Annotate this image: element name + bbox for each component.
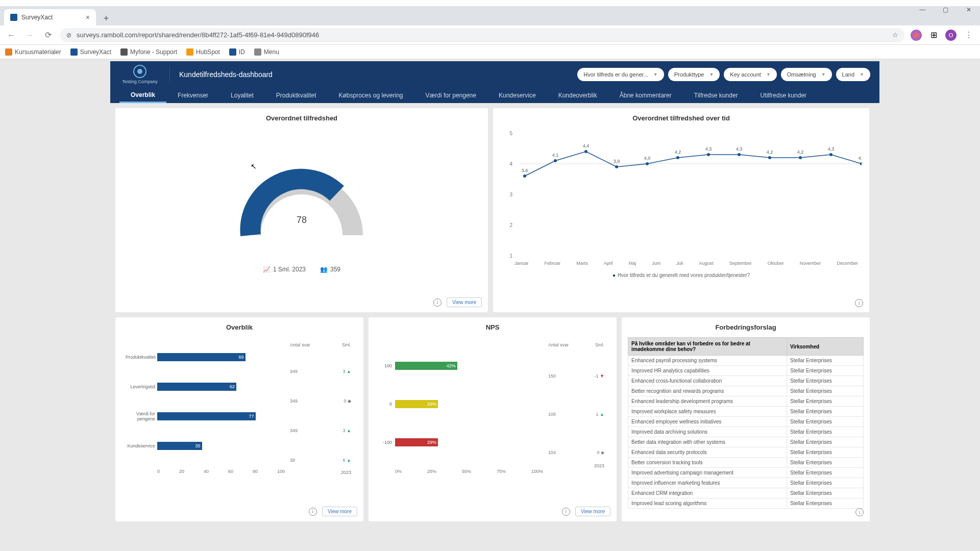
table-row[interactable]: Enhanced CRM integrationStellar Enterpri… <box>628 488 864 498</box>
forward-button[interactable]: → <box>23 29 36 41</box>
bookmark-item[interactable]: ID <box>229 48 245 56</box>
view-more-button[interactable]: View more <box>447 297 482 307</box>
chevron-down-icon: ▼ <box>766 72 771 77</box>
card-title: Overordnet tilfredshed over tid <box>499 114 863 122</box>
nav-tab[interactable]: Kundeoverblik <box>547 88 608 103</box>
table-row[interactable]: Improved HR analytics capabilitiesStella… <box>628 366 864 376</box>
nav-tab[interactable]: Produktkvalitet <box>265 88 328 103</box>
info-icon[interactable]: i <box>309 508 317 516</box>
table-row[interactable]: Improved data archiving solutionsStellar… <box>628 427 864 437</box>
svg-point-9 <box>646 162 649 165</box>
close-window-button[interactable]: ✕ <box>957 0 980 19</box>
browser-tab[interactable]: SurveyXact × <box>4 9 96 26</box>
filter-dropdown[interactable]: Omsætning▼ <box>781 68 832 81</box>
info-icon[interactable]: i <box>562 508 570 516</box>
x-tick: Juni <box>652 261 660 266</box>
bookmark-item[interactable]: SurveyXact <box>70 48 111 56</box>
profile-avatar[interactable]: O <box>945 30 957 41</box>
table-row[interactable]: Enhanced payroll processing systemsStell… <box>628 356 864 366</box>
menu-button[interactable]: ⋮ <box>963 29 975 41</box>
svg-text:4,3: 4,3 <box>736 146 743 152</box>
gauge-value: 78 <box>297 215 307 226</box>
table-row[interactable]: Better data integration with other syste… <box>628 437 864 447</box>
svg-point-13 <box>707 153 710 156</box>
bookmark-item[interactable]: HubSpot <box>186 48 220 56</box>
x-tick: September <box>729 261 752 266</box>
x-tick: Marts <box>576 261 588 266</box>
extension-icon[interactable] <box>911 30 922 41</box>
nav-tab[interactable]: Åbne kommentarer <box>608 88 683 103</box>
table-row[interactable]: Enhanced leadership development programs… <box>628 396 864 407</box>
x-tick: November <box>800 261 821 266</box>
extensions-button[interactable]: ⊞ <box>928 30 939 41</box>
table-row[interactable]: Enhanced employee wellness initiativesSt… <box>628 417 864 427</box>
bookmark-item[interactable]: Myfone - Support <box>120 48 177 56</box>
svg-point-23 <box>860 162 862 165</box>
view-more-button[interactable]: View more <box>322 507 357 516</box>
filter-dropdown[interactable]: Land▼ <box>836 68 870 81</box>
info-icon[interactable]: i <box>855 299 863 307</box>
svg-text:4,3: 4,3 <box>828 146 835 152</box>
suggestions-card: Forbedringsforslag På hvilke områder kan… <box>622 317 870 521</box>
filter-dropdown[interactable]: Key account▼ <box>724 68 776 81</box>
back-button[interactable]: ← <box>5 29 17 41</box>
card-title: Overblik <box>121 323 357 331</box>
svg-text:3,6: 3,6 <box>522 168 528 173</box>
nav-tab[interactable]: Kundeservice <box>487 88 547 103</box>
bookmark-item[interactable]: Kursusmaterialer <box>5 48 61 56</box>
nps-card: NPS 10042%029%-10029%Antal svarSml.150-1… <box>369 317 617 521</box>
table-row[interactable]: Improved advertising campaign management… <box>628 468 864 478</box>
x-tick: December <box>837 261 858 266</box>
line-chart: 3,64,14,43,94,04,24,34,34,24,24,34,0 <box>514 133 862 266</box>
close-icon[interactable]: × <box>86 13 90 21</box>
nav-tab[interactable]: Frekvenser <box>166 88 219 103</box>
suggestions-table[interactable]: På hvilke områder kan vi forbedre os for… <box>628 337 864 511</box>
nav-tab[interactable]: Utilfredse kunder <box>749 88 818 103</box>
bookmark-star-icon[interactable]: ☆ <box>892 31 898 39</box>
tab-title: SurveyXact <box>21 14 53 21</box>
minimize-button[interactable]: — <box>911 0 934 19</box>
table-row[interactable]: Improved workplace safety measuresStella… <box>628 407 864 417</box>
table-row[interactable]: Enhanced data security protocolsStellar … <box>628 447 864 458</box>
filter-dropdown[interactable]: Produkttype▼ <box>668 68 720 81</box>
new-tab-button[interactable]: + <box>99 11 113 26</box>
table-row[interactable]: Improved influencer marketing featuresSt… <box>628 478 864 488</box>
table-row[interactable]: Better conversion tracking toolsStellar … <box>628 458 864 468</box>
x-tick: April <box>604 261 613 266</box>
bookmark-item[interactable]: Menu <box>254 48 279 56</box>
svg-text:4,4: 4,4 <box>583 143 590 148</box>
svg-point-21 <box>829 153 832 156</box>
svg-text:4,3: 4,3 <box>705 146 712 152</box>
svg-point-5 <box>584 150 587 153</box>
x-tick: Maj <box>629 261 636 266</box>
svg-text:4,0: 4,0 <box>859 156 862 161</box>
gauge-card: Overordnet tilfredshed 78 📈1 Sml. 2023 👥… <box>115 108 488 312</box>
filter-dropdown[interactable]: Hvor tilfreds er du gener...▼ <box>577 68 664 81</box>
nav-tab[interactable]: Loyalitet <box>219 88 265 103</box>
x-tick: Januar <box>514 261 529 266</box>
svg-point-1 <box>523 174 526 178</box>
nav-tab[interactable]: Overblik <box>119 88 166 103</box>
table-row[interactable]: Enhanced cross-functional collaborationS… <box>628 376 864 386</box>
svg-point-3 <box>554 159 557 162</box>
nav-tab[interactable]: Værdi for pengene <box>414 88 487 103</box>
table-row[interactable]: Improved lead scoring algorithmsStellar … <box>628 498 864 509</box>
x-tick: Juli <box>676 261 683 266</box>
respondents-stat: 👥359 <box>320 266 340 273</box>
svg-point-11 <box>676 156 679 159</box>
maximize-button[interactable]: ▢ <box>934 0 957 19</box>
site-info-icon[interactable]: ⊘ <box>66 32 71 39</box>
chart-legend: Hvor tilfreds er du generelt med vores p… <box>499 272 863 278</box>
view-more-button[interactable]: View more <box>575 507 610 516</box>
nav-tab[interactable]: Købsproces og levering <box>327 88 414 103</box>
favicon <box>10 14 17 21</box>
reload-button[interactable]: ⟳ <box>42 29 54 41</box>
table-row[interactable]: Better recognition and rewards programsS… <box>628 386 864 396</box>
info-icon[interactable]: i <box>855 508 864 516</box>
company-logo[interactable]: Testing Company <box>119 65 160 84</box>
nav-tab[interactable]: Tilfredse kunder <box>683 88 749 103</box>
info-icon[interactable]: i <box>433 298 442 307</box>
chevron-down-icon: ▼ <box>821 72 826 77</box>
address-bar[interactable]: ⊘ surveys.ramboll.com/report/shared/rend… <box>60 28 904 42</box>
svg-text:4,2: 4,2 <box>675 149 681 155</box>
